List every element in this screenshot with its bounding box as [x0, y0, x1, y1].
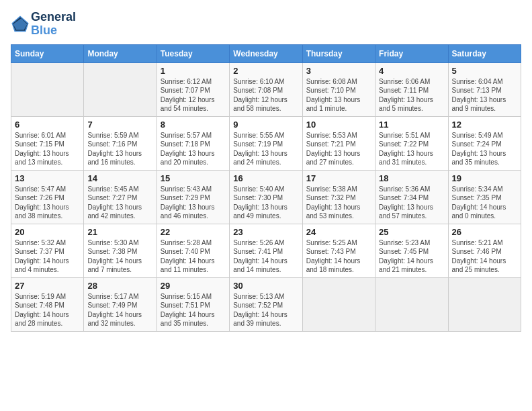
day-info: Sunrise: 5:51 AM Sunset: 7:22 PM Dayligh… [379, 131, 444, 167]
day-number: 26 [452, 227, 517, 237]
day-number: 18 [379, 173, 444, 183]
day-number: 16 [233, 173, 298, 183]
day-number: 7 [87, 120, 152, 130]
calendar-header-saturday: Saturday [448, 44, 521, 62]
calendar-cell: 25Sunrise: 5:23 AM Sunset: 7:45 PM Dayli… [375, 224, 448, 277]
calendar-cell [448, 277, 521, 331]
calendar-cell: 18Sunrise: 5:36 AM Sunset: 7:34 PM Dayli… [375, 170, 448, 224]
day-info: Sunrise: 6:06 AM Sunset: 7:11 PM Dayligh… [379, 77, 444, 113]
calendar-cell: 29Sunrise: 5:15 AM Sunset: 7:51 PM Dayli… [157, 277, 229, 331]
calendar-week-row: 6Sunrise: 6:01 AM Sunset: 7:15 PM Daylig… [11, 116, 521, 170]
calendar-cell: 12Sunrise: 5:49 AM Sunset: 7:24 PM Dayli… [448, 116, 521, 170]
day-info: Sunrise: 5:15 AM Sunset: 7:51 PM Dayligh… [161, 292, 226, 328]
day-info: Sunrise: 5:55 AM Sunset: 7:19 PM Dayligh… [233, 131, 298, 167]
calendar-cell: 21Sunrise: 5:30 AM Sunset: 7:38 PM Dayli… [84, 224, 157, 277]
day-info: Sunrise: 6:10 AM Sunset: 7:08 PM Dayligh… [233, 77, 298, 113]
day-number: 13 [15, 173, 80, 183]
calendar-cell: 23Sunrise: 5:26 AM Sunset: 7:41 PM Dayli… [230, 224, 302, 277]
calendar-cell: 17Sunrise: 5:38 AM Sunset: 7:32 PM Dayli… [302, 170, 375, 224]
calendar-cell: 20Sunrise: 5:32 AM Sunset: 7:37 PM Dayli… [11, 224, 84, 277]
day-number: 28 [87, 281, 152, 291]
calendar-cell: 24Sunrise: 5:25 AM Sunset: 7:43 PM Dayli… [302, 224, 375, 277]
calendar-week-row: 1Sunrise: 6:12 AM Sunset: 7:07 PM Daylig… [11, 62, 521, 116]
calendar-header-thursday: Thursday [302, 44, 375, 62]
calendar-week-row: 13Sunrise: 5:47 AM Sunset: 7:26 PM Dayli… [11, 170, 521, 224]
calendar-cell: 19Sunrise: 5:34 AM Sunset: 7:35 PM Dayli… [448, 170, 521, 224]
day-info: Sunrise: 5:28 AM Sunset: 7:40 PM Dayligh… [161, 238, 226, 275]
calendar-header-monday: Monday [84, 44, 157, 62]
day-number: 15 [161, 173, 226, 183]
calendar-header-tuesday: Tuesday [157, 44, 229, 62]
calendar-cell: 7Sunrise: 5:59 AM Sunset: 7:16 PM Daylig… [84, 116, 157, 170]
logo: GeneralBlue [11, 11, 76, 38]
calendar-cell: 10Sunrise: 5:53 AM Sunset: 7:21 PM Dayli… [302, 116, 375, 170]
day-number: 30 [233, 281, 298, 291]
calendar-header-row: SundayMondayTuesdayWednesdayThursdayFrid… [11, 44, 521, 62]
day-info: Sunrise: 5:43 AM Sunset: 7:29 PM Dayligh… [161, 185, 226, 221]
calendar-cell: 13Sunrise: 5:47 AM Sunset: 7:26 PM Dayli… [11, 170, 84, 224]
day-info: Sunrise: 5:57 AM Sunset: 7:18 PM Dayligh… [161, 131, 226, 167]
day-info: Sunrise: 5:30 AM Sunset: 7:38 PM Dayligh… [87, 238, 152, 275]
day-info: Sunrise: 5:45 AM Sunset: 7:27 PM Dayligh… [87, 185, 152, 221]
calendar-cell [375, 277, 448, 331]
day-number: 9 [233, 120, 298, 130]
day-info: Sunrise: 5:13 AM Sunset: 7:52 PM Dayligh… [233, 292, 298, 328]
calendar-cell: 9Sunrise: 5:55 AM Sunset: 7:19 PM Daylig… [230, 116, 302, 170]
calendar-header-sunday: Sunday [11, 44, 84, 62]
day-number: 23 [233, 227, 298, 237]
day-number: 14 [87, 173, 152, 183]
day-number: 6 [15, 120, 80, 130]
day-info: Sunrise: 5:21 AM Sunset: 7:46 PM Dayligh… [452, 238, 517, 275]
day-number: 12 [452, 120, 517, 130]
day-number: 27 [15, 281, 80, 291]
calendar-table: SundayMondayTuesdayWednesdayThursdayFrid… [11, 44, 521, 332]
day-info: Sunrise: 5:49 AM Sunset: 7:24 PM Dayligh… [452, 131, 517, 167]
calendar-cell [84, 62, 157, 116]
day-info: Sunrise: 5:19 AM Sunset: 7:48 PM Dayligh… [15, 292, 80, 328]
calendar-header-wednesday: Wednesday [230, 44, 302, 62]
calendar-cell: 14Sunrise: 5:45 AM Sunset: 7:27 PM Dayli… [84, 170, 157, 224]
day-number: 2 [233, 66, 298, 76]
calendar-cell: 2Sunrise: 6:10 AM Sunset: 7:08 PM Daylig… [230, 62, 302, 116]
day-number: 10 [306, 120, 371, 130]
calendar-cell: 8Sunrise: 5:57 AM Sunset: 7:18 PM Daylig… [157, 116, 229, 170]
calendar-cell [302, 277, 375, 331]
logo-text: GeneralBlue [31, 11, 76, 38]
calendar-cell: 4Sunrise: 6:06 AM Sunset: 7:11 PM Daylig… [375, 62, 448, 116]
page-header: GeneralBlue [11, 11, 521, 38]
day-number: 22 [161, 227, 226, 237]
calendar-cell: 26Sunrise: 5:21 AM Sunset: 7:46 PM Dayli… [448, 224, 521, 277]
day-number: 1 [161, 66, 226, 76]
calendar-cell: 28Sunrise: 5:17 AM Sunset: 7:49 PM Dayli… [84, 277, 157, 331]
calendar-cell: 6Sunrise: 6:01 AM Sunset: 7:15 PM Daylig… [11, 116, 84, 170]
day-number: 8 [161, 120, 226, 130]
day-info: Sunrise: 5:23 AM Sunset: 7:45 PM Dayligh… [379, 238, 444, 275]
day-info: Sunrise: 6:08 AM Sunset: 7:10 PM Dayligh… [306, 77, 371, 113]
calendar-cell: 22Sunrise: 5:28 AM Sunset: 7:40 PM Dayli… [157, 224, 229, 277]
calendar-cell [11, 62, 84, 116]
day-info: Sunrise: 6:12 AM Sunset: 7:07 PM Dayligh… [161, 77, 226, 113]
day-info: Sunrise: 6:04 AM Sunset: 7:13 PM Dayligh… [452, 77, 517, 113]
logo-icon [11, 15, 30, 34]
day-info: Sunrise: 5:59 AM Sunset: 7:16 PM Dayligh… [87, 131, 152, 167]
calendar-cell: 5Sunrise: 6:04 AM Sunset: 7:13 PM Daylig… [448, 62, 521, 116]
calendar-cell: 16Sunrise: 5:40 AM Sunset: 7:30 PM Dayli… [230, 170, 302, 224]
day-number: 20 [15, 227, 80, 237]
day-number: 25 [379, 227, 444, 237]
day-number: 19 [452, 173, 517, 183]
calendar-cell: 27Sunrise: 5:19 AM Sunset: 7:48 PM Dayli… [11, 277, 84, 331]
day-number: 21 [87, 227, 152, 237]
day-info: Sunrise: 5:34 AM Sunset: 7:35 PM Dayligh… [452, 185, 517, 221]
day-number: 3 [306, 66, 371, 76]
day-info: Sunrise: 5:32 AM Sunset: 7:37 PM Dayligh… [15, 238, 80, 275]
calendar-week-row: 20Sunrise: 5:32 AM Sunset: 7:37 PM Dayli… [11, 224, 521, 277]
day-info: Sunrise: 5:53 AM Sunset: 7:21 PM Dayligh… [306, 131, 371, 167]
day-info: Sunrise: 5:40 AM Sunset: 7:30 PM Dayligh… [233, 185, 298, 221]
calendar-header-friday: Friday [375, 44, 448, 62]
day-info: Sunrise: 6:01 AM Sunset: 7:15 PM Dayligh… [15, 131, 80, 167]
day-info: Sunrise: 5:47 AM Sunset: 7:26 PM Dayligh… [15, 185, 80, 221]
day-number: 24 [306, 227, 371, 237]
calendar-cell: 30Sunrise: 5:13 AM Sunset: 7:52 PM Dayli… [230, 277, 302, 331]
calendar-cell: 15Sunrise: 5:43 AM Sunset: 7:29 PM Dayli… [157, 170, 229, 224]
day-number: 4 [379, 66, 444, 76]
